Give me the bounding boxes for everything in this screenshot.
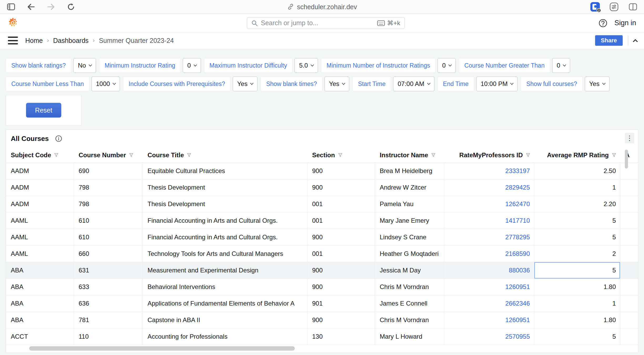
cell-title[interactable]: Financial Accounting in Arts and Cultura… [143, 229, 307, 245]
grafana-logo-icon[interactable] [7, 17, 18, 29]
cell-instructor[interactable]: Mary Jane Emery [375, 212, 444, 229]
cell-title[interactable]: Accounting for Professionals [143, 328, 307, 345]
password-extension-icon[interactable]: 2 [590, 2, 600, 12]
filter-label-start-time[interactable]: Start Time [352, 77, 391, 91]
cell-subject[interactable]: AADM [6, 196, 74, 212]
filter-funnel-icon[interactable] [129, 153, 134, 158]
filter-funnel-icon[interactable] [338, 153, 343, 158]
filter-funnel-icon[interactable] [186, 153, 192, 158]
cell-title[interactable]: Behavioral Interventions [143, 279, 307, 295]
rmp-id-link[interactable]: 2333197 [505, 167, 530, 175]
cell-section[interactable]: 001 [307, 246, 375, 262]
column-header-subject-code[interactable]: Subject Code [6, 148, 74, 163]
cell-rmp_id[interactable]: 1417710 [444, 212, 534, 229]
column-header-course-number[interactable]: Course Number [74, 148, 143, 163]
filter-value-minimum-number-of-instructor-ratings[interactable]: 0 [438, 58, 455, 73]
rmp-id-link[interactable]: 2829425 [505, 184, 530, 191]
rmp-id-link[interactable]: 1262470 [505, 200, 530, 208]
column-header-section[interactable]: Section [307, 148, 375, 163]
cell-subject[interactable]: ABA [6, 262, 74, 278]
reload-icon[interactable] [66, 2, 76, 12]
cell-title[interactable]: Technology Tools for Arts and Cultural M… [143, 246, 307, 262]
cell-rmp_id[interactable]: 2570955 [444, 328, 534, 345]
breadcrumb-item-dashboards[interactable]: Dashboards [53, 37, 89, 44]
cell-instructor[interactable]: Lindsey S Crane [375, 229, 444, 245]
cell-instructor[interactable]: Brea M Heidelberg [375, 163, 444, 179]
info-icon[interactable] [55, 135, 62, 142]
filter-funnel-icon[interactable] [431, 153, 436, 158]
cell-title[interactable]: Financial Accounting in Arts and Cultura… [143, 212, 307, 229]
cell-instructor[interactable]: Jessica M Day [375, 262, 444, 278]
rmp-id-link[interactable]: 1260951 [505, 283, 530, 291]
cell-section[interactable]: 900 [307, 179, 375, 196]
rmp-id-link[interactable]: 2778295 [505, 234, 530, 241]
cell-subject[interactable]: ABA [6, 279, 74, 295]
filter-value-course-number-greater-than[interactable]: 0 [552, 58, 570, 73]
column-header-course-title[interactable]: Course Title [143, 148, 307, 163]
cell-rmp_id[interactable]: 880036 [444, 262, 534, 278]
extensions-settings-icon[interactable] [609, 2, 619, 12]
cell-title[interactable]: Capstone in ABA II [143, 312, 307, 328]
filter-value-show-full-courses[interactable]: Yes [585, 77, 610, 91]
cell-instructor[interactable]: Heather G Moqtaderi [375, 246, 444, 262]
cell-title[interactable]: Equitable Cultural Practices [143, 163, 307, 179]
cell-rating[interactable]: 5 [534, 229, 620, 245]
cell-rmp_id[interactable]: 2662346 [444, 295, 534, 312]
cell-rmp_id[interactable]: 2168590 [444, 246, 534, 262]
search-input[interactable]: Search or jump to... ⌘+k [247, 17, 405, 29]
rmp-id-link[interactable]: 1417710 [505, 217, 530, 224]
collapse-toolbar-icon[interactable] [633, 39, 638, 44]
cell-rating[interactable]: 5 [534, 328, 620, 345]
filter-funnel-icon[interactable] [54, 153, 59, 158]
cell-section[interactable]: 900 [307, 312, 375, 328]
cell-rmp_id[interactable]: 1262470 [444, 196, 534, 212]
cell-section[interactable]: 001 [307, 196, 375, 212]
cell-number[interactable]: 660 [74, 246, 143, 262]
column-header-partial[interactable]: A [620, 148, 638, 163]
help-icon[interactable] [599, 19, 607, 28]
filter-funnel-icon[interactable] [611, 153, 617, 158]
cell-number[interactable]: 631 [74, 262, 143, 278]
cell-instructor[interactable]: Chris M Vorndran [375, 312, 444, 328]
cell-rmp_id[interactable]: 2778295 [444, 229, 534, 245]
rmp-id-link[interactable]: 1260951 [505, 316, 530, 324]
cell-rating[interactable]: 5 [534, 212, 620, 229]
cell-subject[interactable]: AAML [6, 229, 74, 245]
cell-rating[interactable]: 1.80 [534, 312, 620, 328]
back-icon[interactable] [26, 2, 36, 12]
filter-value-include-courses-with-prerequisites[interactable]: Yes [233, 77, 257, 91]
column-header-average-rmp-rating[interactable]: Average RMP Rating [534, 148, 620, 163]
cell-subject[interactable]: ACCT [6, 328, 74, 345]
breadcrumb-item-home[interactable]: Home [25, 37, 43, 44]
column-header-instructor-name[interactable]: Instructor Name [375, 148, 444, 163]
menu-icon[interactable] [8, 37, 18, 44]
cell-rating[interactable]: 2 [534, 246, 620, 262]
sign-in-button[interactable]: Sign in [614, 19, 636, 27]
cell-rating[interactable]: 2.20 [534, 196, 620, 212]
filter-label-minimum-instructor-rating[interactable]: Minimum Instructor Rating [99, 58, 181, 73]
cell-title[interactable]: Thesis Development [143, 179, 307, 196]
rmp-id-link[interactable]: 2570955 [505, 333, 530, 340]
split-view-icon[interactable] [628, 2, 638, 12]
cell-title[interactable]: Applications of Fundamental Elements of … [143, 295, 307, 312]
panel-menu-icon[interactable]: ⋮ [625, 133, 634, 143]
cell-subject[interactable]: ABA [6, 295, 74, 312]
rmp-id-link[interactable]: 2662346 [505, 300, 530, 307]
filter-label-include-courses-with-prerequisites[interactable]: Include Courses with Prerequisites? [123, 77, 231, 91]
cell-rating[interactable]: 2.50 [534, 163, 620, 179]
cell-rating[interactable]: 1 [534, 179, 620, 196]
filter-funnel-icon[interactable] [525, 153, 531, 158]
filter-label-show-full-courses[interactable]: Show full courses? [521, 77, 582, 91]
cell-section[interactable]: 900 [307, 279, 375, 295]
cell-instructor[interactable]: Chris M Vorndran [375, 279, 444, 295]
cell-number[interactable]: 636 [74, 295, 143, 312]
cell-rmp_id[interactable]: 2829425 [444, 179, 534, 196]
cell-section[interactable]: 001 [307, 212, 375, 229]
cell-subject[interactable]: AAML [6, 212, 74, 229]
cell-number[interactable]: 633 [74, 279, 143, 295]
cell-number[interactable]: 798 [74, 179, 143, 196]
cell-subject[interactable]: AADM [6, 163, 74, 179]
vertical-scrollbar[interactable] [625, 150, 628, 169]
filter-label-course-number-less-than[interactable]: Course Number Less Than [6, 77, 89, 91]
cell-rmp_id[interactable]: 1260951 [444, 312, 534, 328]
